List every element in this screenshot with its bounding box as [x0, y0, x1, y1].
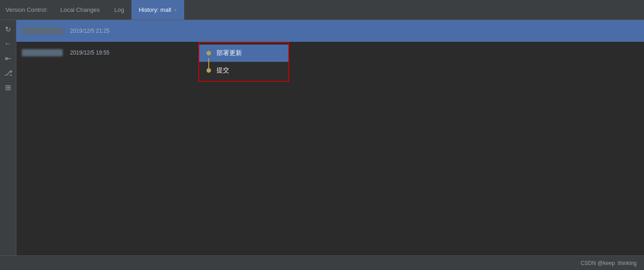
tab-local-changes[interactable]: Local Changes	[53, 0, 107, 20]
branch-icon[interactable]: ⎇	[3, 67, 14, 78]
refresh-icon[interactable]: ↻	[3, 24, 14, 35]
tab-bar: Version Control: Local Changes Log Histo…	[0, 0, 644, 20]
popup-menu: 部署更新 提交	[198, 42, 289, 82]
connector-line	[208, 58, 209, 73]
tab-history-mall[interactable]: History: mall ×	[131, 0, 184, 20]
monitor-icon[interactable]: ⊞	[3, 82, 14, 93]
row-date: 2019/12/5 19:55	[70, 50, 134, 56]
popup-item-commit[interactable]: 提交	[199, 62, 288, 79]
popup-item-deploy[interactable]: 部署更新	[199, 45, 288, 62]
arrow-left-icon[interactable]: ←	[3, 38, 14, 49]
status-bar: CSDN @keep thinking	[0, 255, 644, 270]
tab-close-icon[interactable]: ×	[174, 7, 176, 13]
popup-item-commit-label: 提交	[216, 66, 229, 75]
avatar	[22, 27, 63, 35]
tab-history-mall-label: History: mall	[139, 6, 171, 13]
avatar	[22, 49, 63, 56]
commit-dot-deploy	[206, 51, 211, 55]
row-date: 2019/12/5 21:25	[70, 28, 134, 34]
tab-local-changes-label: Local Changes	[60, 6, 100, 13]
table-row[interactable]: 2019/12/5 19:55	[16, 42, 644, 64]
tab-log-label: Log	[114, 6, 124, 13]
sidebar: ↻ ← ⇤ ⎇ ⊞	[0, 20, 16, 270]
tab-log[interactable]: Log	[107, 0, 131, 20]
status-credit: CSDN @keep thinking	[580, 260, 637, 266]
merge-icon[interactable]: ⇤	[3, 53, 14, 64]
version-control-label: Version Control:	[0, 6, 53, 13]
list-area: 2019/12/5 21:25 2019/12/5 19:55 部署更新 提交	[16, 20, 644, 270]
table-row[interactable]: 2019/12/5 21:25	[16, 20, 644, 42]
main-content: ↻ ← ⇤ ⎇ ⊞ 2019/12/5 21:25 2019/12/5 19:5…	[0, 20, 644, 270]
popup-item-deploy-label: 部署更新	[216, 49, 242, 57]
